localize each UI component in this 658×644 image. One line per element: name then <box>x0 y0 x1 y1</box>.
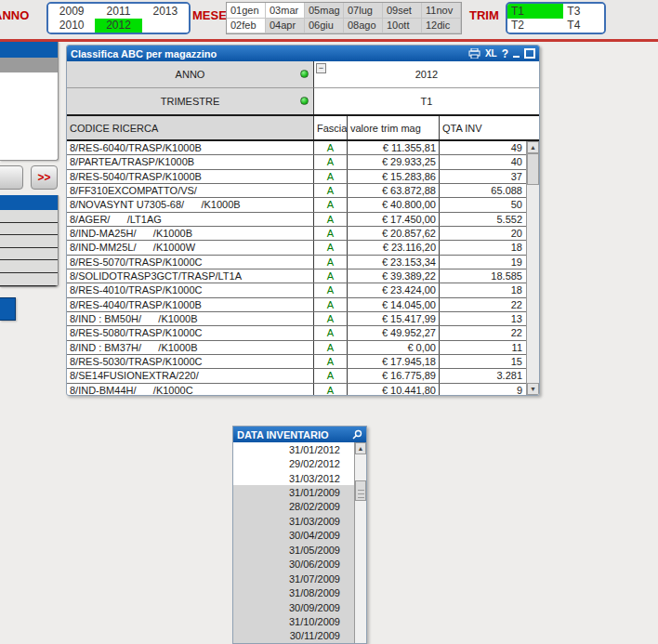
mese-item-12dic[interactable]: 12dic <box>422 19 461 34</box>
cell-qta-inv[interactable]: 19 <box>440 256 526 269</box>
inventory-date-item[interactable]: 30/11/2009 <box>233 629 354 643</box>
anno-item-2013[interactable]: 2013 <box>142 4 189 19</box>
mese-item-10ott[interactable]: 10ott <box>383 19 422 34</box>
anno-listbox[interactable]: 20092011201320102012 <box>46 2 191 34</box>
anno-item-2010[interactable]: 2010 <box>48 19 95 33</box>
inventory-date-item[interactable]: 31/01/2009 <box>233 485 354 499</box>
clipped-listbox-rows[interactable] <box>0 210 58 286</box>
printer-icon[interactable] <box>468 48 480 59</box>
cell-codice-ricerca[interactable]: 8/IND-BM44H/ /K1000C <box>67 384 314 395</box>
table-scrollbar[interactable]: ▲ ▼ <box>526 141 539 395</box>
cell-fascia[interactable]: A <box>314 283 348 296</box>
mese-item-01gen[interactable]: 01gen <box>227 3 266 19</box>
anno-item-2012[interactable]: 2012 <box>95 19 141 33</box>
inventory-date-item[interactable]: 31/05/2009 <box>233 543 354 557</box>
scrollbar-track[interactable] <box>527 185 539 383</box>
anno-item-empty[interactable] <box>142 19 189 33</box>
scrollbar-thumb[interactable] <box>527 153 539 185</box>
mese-item-09set[interactable]: 09set <box>383 3 422 19</box>
cell-valore-trim-mag[interactable]: € 17.450,00 <box>348 213 440 226</box>
cell-codice-ricerca[interactable]: 8/IND-MA25H/ /K1000B <box>67 227 314 240</box>
cell-fascia[interactable]: A <box>314 241 348 254</box>
inventory-date-item[interactable]: 30/06/2009 <box>233 558 354 572</box>
inventory-date-item[interactable]: 29/02/2012 <box>233 456 354 470</box>
cell-qta-inv[interactable]: 22 <box>440 298 526 311</box>
cell-fascia[interactable]: A <box>314 155 348 168</box>
cell-valore-trim-mag[interactable]: € 63.872,88 <box>348 184 440 197</box>
inventory-date-item[interactable]: 31/07/2009 <box>233 572 354 585</box>
cell-valore-trim-mag[interactable]: € 20.857,62 <box>348 227 440 240</box>
scroll-up-icon[interactable]: ▲ <box>527 141 539 153</box>
minimize-icon[interactable] <box>513 49 520 58</box>
cell-fascia[interactable]: A <box>314 184 348 197</box>
cell-codice-ricerca[interactable]: 8/RES-4040/TRASP/K1000B <box>67 298 314 311</box>
clipped-listbox-selected-row[interactable] <box>0 58 58 72</box>
cell-codice-ricerca[interactable]: 8/RES-5040/TRASP/K1000B <box>67 170 314 183</box>
inventory-date-item[interactable]: 31/03/2012 <box>233 471 354 485</box>
inventory-date-item[interactable]: 31/01/2012 <box>233 442 354 456</box>
scroll-up-icon[interactable]: ▲ <box>355 442 366 454</box>
anno-item-2009[interactable]: 2009 <box>48 4 95 19</box>
trim-item-T4[interactable]: T4 <box>563 19 604 33</box>
scrollbar-track[interactable] <box>355 501 366 643</box>
scrollbar-track[interactable] <box>355 454 366 480</box>
cell-fascia[interactable]: A <box>314 326 348 339</box>
cell-valore-trim-mag[interactable]: € 14.045,00 <box>348 298 440 311</box>
cell-valore-trim-mag[interactable]: € 39.389,22 <box>348 269 440 283</box>
inventory-date-item[interactable]: 28/02/2009 <box>233 500 354 514</box>
maximize-icon[interactable] <box>524 48 535 59</box>
clipped-button[interactable] <box>0 165 23 190</box>
inventory-date-item[interactable]: 31/03/2009 <box>233 514 354 528</box>
abc-window-titlebar[interactable]: Classifica ABC per magazzino XL ? <box>67 46 539 61</box>
cell-fascia[interactable]: A <box>314 227 348 240</box>
data-inventario-titlebar[interactable]: DATA INVENTARIO <box>233 427 366 442</box>
collapse-icon[interactable]: − <box>316 63 326 73</box>
mese-item-03mar[interactable]: 03mar <box>266 3 305 19</box>
cell-codice-ricerca[interactable]: 8/IND : BM50H/ /K1000B <box>67 312 314 325</box>
cell-qta-inv[interactable]: 20 <box>440 227 526 240</box>
mese-item-08ago[interactable]: 08ago <box>344 19 383 34</box>
cell-valore-trim-mag[interactable]: € 17.945,18 <box>348 355 440 368</box>
trim-item-T2[interactable]: T2 <box>507 19 563 33</box>
cell-codice-ricerca[interactable]: 8/PARTEA/TRASP/K1000B <box>67 155 314 168</box>
cell-valore-trim-mag[interactable]: € 23.424,00 <box>348 283 440 296</box>
cell-valore-trim-mag[interactable]: € 23.153,34 <box>348 256 440 269</box>
cell-fascia[interactable]: A <box>314 369 348 382</box>
cell-codice-ricerca[interactable]: 8/IND-MM25L/ /K1000W <box>67 241 314 254</box>
pivot-anno-value-cell[interactable]: − 2012 <box>314 61 539 88</box>
inventory-date-item[interactable]: 30/09/2009 <box>233 600 354 614</box>
pivot-trimestre-value-cell[interactable]: T1 <box>314 88 539 114</box>
cell-fascia[interactable]: A <box>314 198 348 211</box>
cell-codice-ricerca[interactable]: 8/RES-5070/TRASP/K1000C <box>67 256 314 269</box>
pivot-anno-label-cell[interactable]: ANNO <box>67 61 314 88</box>
cell-qta-inv[interactable]: 37 <box>440 170 526 183</box>
cell-qta-inv[interactable]: 18 <box>440 283 526 296</box>
cell-valore-trim-mag[interactable]: € 15.417,99 <box>348 312 440 325</box>
inventory-date-item[interactable]: 31/08/2009 <box>233 585 354 599</box>
cell-valore-trim-mag[interactable]: € 15.283,86 <box>348 170 440 183</box>
cell-valore-trim-mag[interactable]: € 23.116,20 <box>348 241 440 254</box>
help-icon[interactable]: ? <box>502 47 508 60</box>
pivot-trimestre-label-cell[interactable]: TRIMESTRE <box>67 88 314 114</box>
cell-codice-ricerca[interactable]: 8/AGER/ /LT1AG <box>67 213 314 226</box>
mese-item-04apr[interactable]: 04apr <box>266 19 305 34</box>
mese-item-02feb[interactable]: 02feb <box>227 19 266 34</box>
cell-fascia[interactable]: A <box>314 213 348 226</box>
cell-qta-inv[interactable]: 65.088 <box>440 184 526 197</box>
cell-codice-ricerca[interactable]: 8/SE14FUSIONEXTRA/220/ <box>67 369 314 382</box>
clipped-listbox-caption[interactable] <box>0 195 58 210</box>
cell-qta-inv[interactable]: 50 <box>440 198 526 211</box>
expand-button[interactable]: >> <box>31 165 58 190</box>
cell-valore-trim-mag[interactable]: € 0,00 <box>348 341 440 354</box>
inventory-date-item[interactable]: 30/04/2009 <box>233 529 354 543</box>
cell-valore-trim-mag[interactable]: € 16.775,89 <box>348 369 440 382</box>
inventory-date-item[interactable]: 31/10/2009 <box>233 614 354 628</box>
scrollbar-thumb[interactable] <box>355 480 366 501</box>
cell-fascia[interactable]: A <box>314 312 348 325</box>
trim-item-T3[interactable]: T3 <box>563 4 604 19</box>
scroll-down-icon[interactable]: ▼ <box>527 383 539 395</box>
cell-qta-inv[interactable]: 5.552 <box>440 213 526 226</box>
cell-codice-ricerca[interactable]: 8/FF310EXCOMPATTO/VS/ <box>67 184 314 197</box>
mese-item-07lug[interactable]: 07lug <box>344 3 383 19</box>
cell-codice-ricerca[interactable]: 8/NOVASYNT U7305-68/ /K1000B <box>67 198 314 211</box>
